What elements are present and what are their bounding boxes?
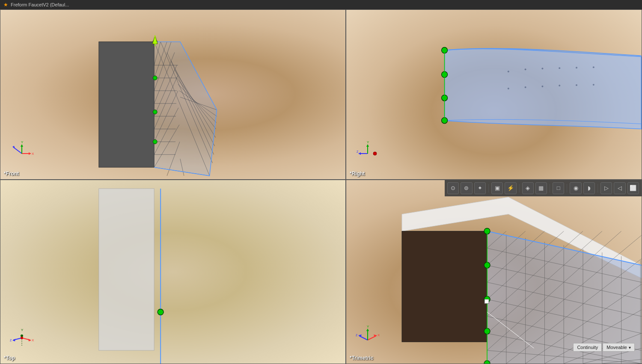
svg-line-111: [602, 359, 642, 364]
svg-marker-73: [28, 339, 31, 341]
svg-rect-69: [99, 189, 154, 350]
viewport-front[interactable]: X Y *Front: [0, 9, 346, 180]
svg-point-52: [541, 68, 543, 69]
svg-point-48: [442, 118, 448, 124]
viewport-grid: X Y *Front: [0, 9, 642, 364]
svg-point-59: [559, 85, 560, 86]
svg-line-19: [154, 167, 209, 176]
svg-line-84: [487, 265, 641, 299]
svg-line-6: [177, 78, 216, 129]
viewport-trimetric[interactable]: ⊙ ⊚ ✦ ▣ ⚡ ◈ ▦ □ ◉ ◗ ▷ ◁ ⬜: [346, 180, 642, 364]
svg-line-1: [154, 42, 209, 176]
svg-point-47: [442, 95, 448, 101]
svg-marker-67: [366, 144, 369, 147]
svg-line-89: [487, 350, 641, 364]
toolbar-btn-8[interactable]: □: [553, 182, 564, 194]
svg-line-30: [180, 159, 184, 176]
svg-point-60: [576, 84, 577, 86]
svg-point-46: [442, 71, 448, 77]
svg-point-116: [484, 361, 490, 364]
svg-marker-38: [29, 152, 31, 155]
front-geometry-svg: [0, 10, 345, 179]
svg-line-20: [154, 42, 160, 65]
svg-point-113: [484, 262, 490, 268]
svg-point-58: [541, 86, 543, 87]
svg-text:X: X: [32, 338, 34, 342]
svg-point-33: [153, 110, 157, 114]
svg-line-86: [487, 299, 641, 334]
toolbar-btn-1[interactable]: ⊙: [447, 182, 459, 194]
toolbar-sep-2: [519, 184, 520, 192]
top-gizmo: X Z Y: [9, 325, 35, 351]
trimetric-toolbar: ⊙ ⊚ ✦ ▣ ⚡ ◈ ▦ □ ◉ ◗ ▷ ◁ ⬜: [445, 180, 642, 196]
toolbar-btn-11[interactable]: ▷: [600, 182, 612, 194]
svg-marker-127: [366, 328, 369, 331]
toolbar-sep-5: [597, 184, 598, 192]
svg-point-54: [576, 67, 577, 68]
svg-point-65: [373, 152, 377, 155]
svg-marker-76: [12, 339, 15, 341]
svg-marker-41: [12, 146, 15, 148]
svg-point-57: [525, 86, 526, 88]
svg-line-7: [178, 84, 217, 123]
svg-line-99: [487, 231, 526, 265]
svg-line-83: [487, 248, 641, 282]
svg-point-112: [484, 228, 490, 234]
app-icon: ★: [3, 2, 8, 8]
title-bar: ★ Freform FaucetV2 (Defaul...: [0, 0, 642, 9]
toolbar-btn-2[interactable]: ⊚: [461, 182, 472, 194]
svg-line-107: [526, 284, 642, 364]
front-viewport-label: *Front: [4, 171, 19, 177]
svg-point-53: [559, 67, 560, 69]
top-geometry-svg: [0, 180, 345, 364]
svg-point-114: [484, 296, 490, 302]
svg-line-23: [154, 52, 175, 103]
right-viewport-label: *Right: [350, 171, 365, 177]
svg-rect-118: [484, 299, 489, 304]
toolbar-btn-10[interactable]: ◗: [583, 182, 595, 194]
svg-line-98: [487, 231, 506, 248]
svg-line-25: [154, 76, 178, 129]
continuity-bar: Continuity Moveable: [573, 343, 635, 352]
toolbar-btn-9[interactable]: ◉: [570, 182, 581, 194]
svg-marker-43: [21, 144, 23, 147]
toolbar-sep-4: [567, 184, 567, 192]
svg-point-71: [158, 309, 163, 315]
toolbar-sep-1: [488, 184, 489, 192]
svg-marker-35: [152, 36, 158, 44]
svg-point-61: [593, 84, 594, 86]
window-title: Freform FaucetV2 (Defaul...: [11, 2, 69, 7]
svg-line-8: [179, 91, 217, 116]
toolbar-btn-12[interactable]: ◁: [614, 182, 625, 194]
toolbar-btn-4[interactable]: ▣: [491, 182, 503, 194]
svg-marker-63: [358, 152, 361, 155]
svg-point-32: [153, 76, 157, 80]
svg-rect-0: [99, 42, 154, 168]
toolbar-btn-cube[interactable]: ⬜: [627, 182, 639, 194]
right-geometry-svg: [346, 10, 642, 179]
svg-line-103: [487, 231, 602, 333]
svg-line-2: [160, 42, 212, 163]
toolbar-btn-3[interactable]: ✦: [474, 182, 486, 194]
toolbar-btn-5[interactable]: ⚡: [505, 182, 516, 194]
toolbar-btn-6[interactable]: ◈: [522, 182, 534, 194]
continuity-button[interactable]: Continuity: [573, 343, 602, 352]
svg-line-101: [487, 231, 564, 299]
svg-line-5: [175, 69, 216, 137]
svg-point-34: [153, 139, 157, 144]
svg-text:X: X: [377, 333, 380, 337]
svg-text:X: X: [32, 152, 34, 156]
trimetric-viewport-label: *Trimetric: [350, 355, 373, 361]
right-gizmo: Z Y: [355, 141, 380, 166]
viewport-top[interactable]: X Z Y *Top: [0, 180, 346, 364]
svg-line-100: [487, 231, 544, 282]
svg-line-85: [487, 282, 641, 317]
toolbar-sep-3: [550, 184, 550, 192]
svg-point-51: [525, 68, 526, 70]
viewport-right[interactable]: Z Y *Right: [346, 9, 642, 180]
svg-line-28: [154, 125, 179, 167]
svg-line-27: [154, 108, 178, 154]
svg-line-21: [154, 42, 167, 78]
moveable-button[interactable]: Moveable: [603, 343, 635, 352]
toolbar-btn-7[interactable]: ▦: [535, 182, 547, 194]
